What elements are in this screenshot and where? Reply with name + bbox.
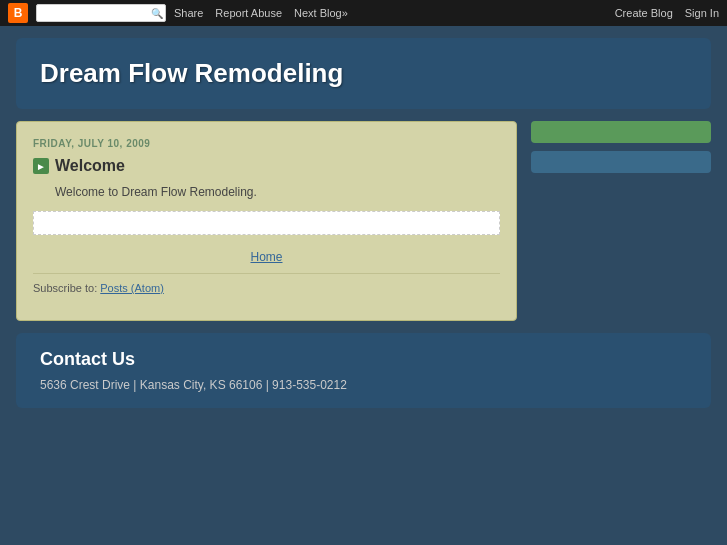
home-link[interactable]: Home [250, 250, 282, 264]
share-link[interactable]: Share [174, 7, 203, 19]
subscribe-text: Subscribe to: [33, 282, 100, 294]
search-icon[interactable]: 🔍 [151, 6, 163, 20]
post-date: FRIDAY, JULY 10, 2009 [33, 138, 500, 149]
search-box: 🔍 [36, 4, 166, 22]
post-image-placeholder [33, 211, 500, 235]
blogger-logo: B [8, 3, 28, 23]
next-blog-link[interactable]: Next Blog» [294, 7, 348, 19]
post-content: Welcome to Dream Flow Remodeling. [33, 185, 500, 199]
post-title-icon: ► [33, 158, 49, 174]
content-area: FRIDAY, JULY 10, 2009 ► Welcome Welcome … [16, 121, 711, 321]
blog-header: Dream Flow Remodeling [16, 38, 711, 109]
contact-section: Contact Us 5636 Crest Drive | Kansas Cit… [16, 333, 711, 408]
sidebar-widget-1 [531, 121, 711, 143]
sidebar [531, 121, 711, 321]
subscribe-line: Subscribe to: Posts (Atom) [33, 273, 500, 294]
create-blog-link[interactable]: Create Blog [615, 7, 673, 19]
right-links: Create Blog Sign In [615, 7, 719, 19]
contact-title: Contact Us [40, 349, 687, 370]
posts-section: FRIDAY, JULY 10, 2009 ► Welcome Welcome … [16, 121, 517, 321]
post-title-row: ► Welcome [33, 157, 500, 175]
contact-address: 5636 Crest Drive | Kansas City, KS 66106… [40, 378, 687, 392]
nav-links: Share Report Abuse Next Blog» [174, 7, 348, 19]
report-abuse-link[interactable]: Report Abuse [215, 7, 282, 19]
post-footer: Home [33, 247, 500, 265]
blog-title: Dream Flow Remodeling [40, 58, 687, 89]
post-title-text: Welcome [55, 157, 125, 175]
sidebar-widget-2 [531, 151, 711, 173]
sign-in-link[interactable]: Sign In [685, 7, 719, 19]
subscribe-link[interactable]: Posts (Atom) [100, 282, 164, 294]
search-input[interactable] [41, 5, 151, 21]
navbar: B 🔍 Share Report Abuse Next Blog» Create… [0, 0, 727, 26]
